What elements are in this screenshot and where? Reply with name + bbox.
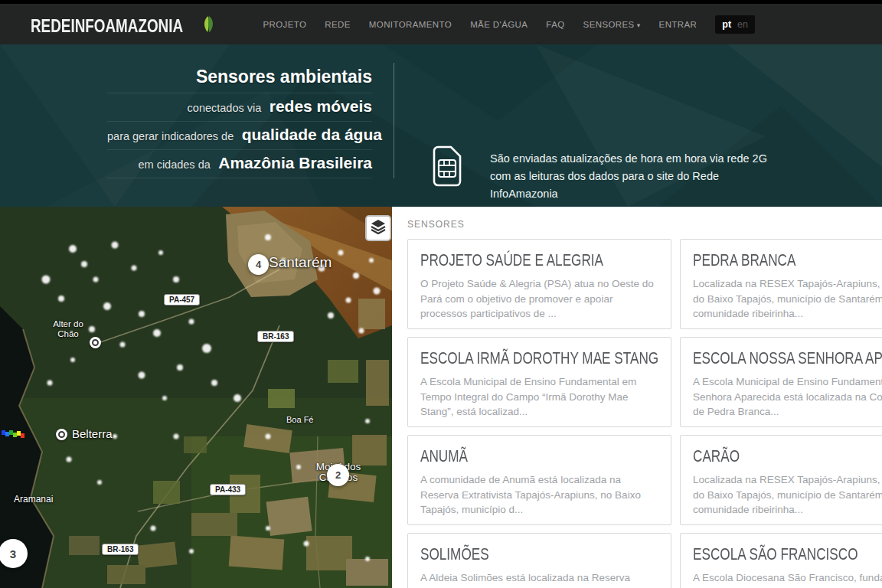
brand-name: REDEINFOAMAZONIA bbox=[31, 16, 183, 37]
map-cluster-santarem[interactable]: 4 bbox=[248, 254, 269, 275]
nav-item-monitoramento[interactable]: MONITORAMENTO bbox=[369, 20, 452, 29]
map-label-boa-fe: Boa Fé bbox=[286, 415, 313, 424]
hero-claim-1: Sensores ambientais bbox=[107, 63, 372, 93]
hero-claim-3: para gerar indicadores de qualidade da á… bbox=[107, 122, 372, 150]
hero-claims: Sensores ambientais conectados via redes… bbox=[107, 63, 394, 178]
top-nav: REDEINFOAMAZONIA PROJETO REDE MONITORAME… bbox=[0, 0, 882, 44]
nav-menu: PROJETO REDE MONITORAMENTO MÃE D'ÁGUA FA… bbox=[263, 4, 755, 44]
sensor-card-title: ANUMÃ bbox=[420, 446, 468, 466]
sensors-panel: SENSORES PROJETO SAÚDE E ALEGRIA O Proje… bbox=[392, 207, 882, 588]
sensor-card-title: PROJETO SAÚDE E ALEGRIA bbox=[420, 250, 603, 270]
lang-pt-button[interactable]: pt bbox=[722, 19, 731, 30]
sensor-card-title: PEDRA BRANCA bbox=[693, 250, 795, 270]
hero-claim-1-strong: Sensores ambientais bbox=[196, 67, 372, 87]
sensor-card-escola-sao-francisco[interactable]: ESCOLA SÃO FRANCISCO A Escola Diocesana … bbox=[680, 533, 882, 588]
sensor-card-title: CARÃO bbox=[693, 446, 740, 466]
map-cluster-mojui[interactable]: 2 bbox=[327, 464, 349, 486]
sensor-card-description: Localizada na RESEX Tapajós-Arapiuns, na… bbox=[693, 472, 882, 518]
road-shield-br163-north: BR-163 bbox=[257, 331, 294, 342]
nav-item-sensores-dropdown[interactable]: SENSORES▾ bbox=[583, 20, 641, 29]
sensor-card-escola-nossa-senhora-aparecida[interactable]: ESCOLA NOSSA SENHORA APARECIDA A Escola … bbox=[680, 337, 882, 427]
map-layers-button[interactable] bbox=[365, 215, 391, 241]
nav-item-entrar[interactable]: ENTRAR bbox=[659, 20, 697, 29]
sim-card-icon bbox=[433, 145, 462, 190]
hero-claim-2: conectados via redes móveis bbox=[107, 93, 372, 122]
hero-claim-2-strong: redes móveis bbox=[270, 97, 372, 115]
sensor-card-description: A comunidade de Anumã está localizada na… bbox=[420, 472, 658, 518]
sensor-card-description: A Escola Municipal de Ensino Fundamental… bbox=[693, 374, 882, 420]
hero-claim-3-strong: qualidade da água bbox=[242, 126, 382, 143]
map-label-belterra: Belterra bbox=[72, 427, 113, 440]
sensor-card-projeto-saude-e-alegria[interactable]: PROJETO SAÚDE E ALEGRIA O Projeto Saúde … bbox=[407, 239, 671, 329]
leaf-icon bbox=[200, 15, 218, 38]
sensor-card-description: A Escola Municipal de Ensino Fundamental… bbox=[420, 374, 658, 420]
satellite-map[interactable]: 4 Santarém Alter do Chão Belterra Boa Fé… bbox=[0, 207, 392, 588]
sensores-dropdown-label: SENSORES bbox=[583, 20, 635, 29]
sensor-card-carao[interactable]: CARÃO Localizada na RESEX Tapajós-Arapiu… bbox=[680, 435, 882, 525]
sensor-card-description: Localizada na RESEX Tapajós-Arapiuns, na… bbox=[693, 276, 882, 322]
brand-logo[interactable]: REDEINFOAMAZONIA bbox=[31, 15, 218, 38]
sensor-card-title: ESCOLA SÃO FRANCISCO bbox=[693, 544, 858, 564]
lang-en-button[interactable]: en bbox=[737, 19, 748, 30]
sensor-card-title: SOLIMÕES bbox=[420, 544, 489, 564]
hero-info-text: São enviadas atualizações de hora em hor… bbox=[490, 150, 773, 203]
nav-item-projeto[interactable]: PROJETO bbox=[263, 20, 306, 29]
nav-item-rede[interactable]: REDE bbox=[325, 20, 351, 29]
hero-claim-4-strong: Amazônia Brasileira bbox=[218, 154, 372, 172]
sensor-card-title: ESCOLA NOSSA SENHORA APARECIDA bbox=[693, 348, 882, 368]
hero-claim-4: em cidades da Amazônia Brasileira bbox=[107, 150, 372, 178]
nav-item-mae-dagua[interactable]: MÃE D'ÁGUA bbox=[470, 20, 528, 29]
page: REDEINFOAMAZONIA PROJETO REDE MONITORAME… bbox=[0, 0, 882, 588]
sensor-card-description: A Escola Diocesana São Francisco, fundad… bbox=[693, 570, 882, 588]
sensor-card-description: O Projeto Saúde & Alegria (PSA) atua no … bbox=[420, 276, 658, 322]
hero-claim-4-pre: em cidades da bbox=[138, 158, 210, 171]
map-label-alter-do-chao: Alter do Chão bbox=[44, 319, 92, 339]
sensor-card-grid: PROJETO SAÚDE E ALEGRIA O Projeto Saúde … bbox=[407, 239, 882, 588]
hero-banner: Sensores ambientais conectados via redes… bbox=[0, 44, 882, 207]
map-marker-belterra[interactable] bbox=[56, 429, 67, 440]
language-switcher: pt en bbox=[715, 15, 755, 34]
sensor-card-solimoes[interactable]: SOLIMÕES A Aldeia Solimões está localiza… bbox=[407, 533, 671, 588]
layers-icon bbox=[371, 219, 386, 237]
road-shield-pa457: PA-457 bbox=[164, 294, 200, 305]
map-marker-alter-do-chao[interactable] bbox=[90, 337, 101, 348]
road-shield-pa433: PA-433 bbox=[210, 484, 246, 495]
sensor-card-pedra-branca[interactable]: PEDRA BRANCA Localizada na RESEX Tapajós… bbox=[680, 239, 882, 329]
map-glitch-artifact bbox=[2, 430, 24, 435]
map-label-santarem: Santarém bbox=[269, 254, 332, 271]
chevron-down-icon: ▾ bbox=[637, 21, 641, 29]
sensor-card-escola-irma-dorothy-mae-stang[interactable]: ESCOLA IRMÃ DOROTHY MAE STANG A Escola M… bbox=[407, 337, 671, 427]
sensor-card-title: ESCOLA IRMÃ DOROTHY MAE STANG bbox=[420, 348, 658, 368]
sensor-card-description: A Aldeia Solimões está localizada na Res… bbox=[420, 570, 658, 588]
map-terrain bbox=[0, 207, 392, 588]
sensor-card-anuma[interactable]: ANUMÃ A comunidade de Anumã está localiz… bbox=[407, 435, 671, 525]
nav-item-faq[interactable]: FAQ bbox=[546, 20, 564, 29]
road-shield-br163-south: BR-163 bbox=[102, 544, 139, 555]
sensors-heading: SENSORES bbox=[407, 219, 465, 230]
hero-claim-2-pre: conectados via bbox=[188, 102, 262, 114]
map-label-aramanai: Aramanai bbox=[14, 494, 53, 505]
hero-claim-3-pre: para gerar indicadores de bbox=[107, 130, 234, 142]
